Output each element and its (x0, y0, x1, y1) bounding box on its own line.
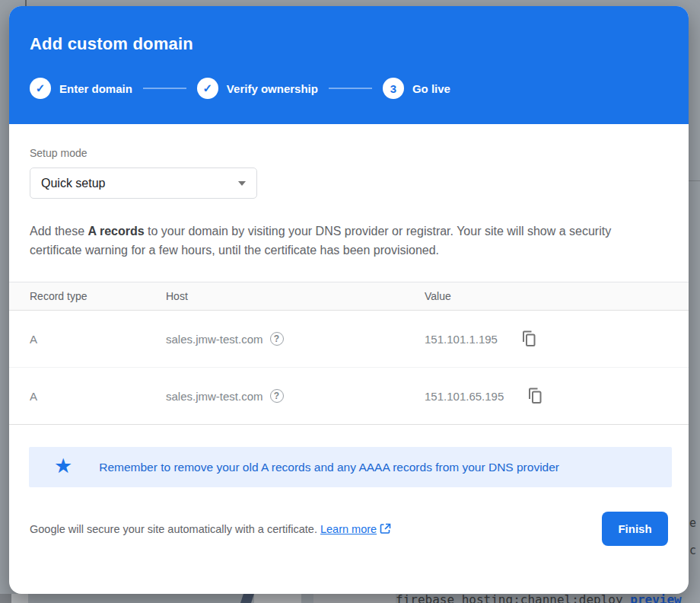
dns-instructions: Add these A records to your domain by vi… (30, 222, 666, 260)
host-value: sales.jmw-test.com (166, 390, 263, 403)
backdrop-block (0, 594, 11, 603)
terminal-command: firebase hosting:channel:deploy (396, 593, 623, 603)
backdrop-divider (689, 180, 700, 181)
check-icon: ✓ (197, 78, 218, 99)
certificate-note-text: Google will secure your site automatical… (30, 523, 317, 535)
host-cell: sales.jmw-test.com ? (166, 332, 425, 346)
record-type-cell: A (9, 333, 166, 346)
step-connector (329, 88, 372, 89)
step-label: Enter domain (59, 82, 132, 95)
backdrop-text-fragment: e (689, 516, 696, 530)
finish-button[interactable]: Finish (602, 512, 668, 546)
chevron-down-icon (238, 181, 246, 186)
terminal-command-text: firebase hosting:channel:deploy preview (396, 593, 700, 603)
step-number: 3 (383, 78, 404, 99)
dns-records-table: Record type Host Value A sales.jmw-test.… (9, 282, 689, 425)
add-custom-domain-dialog: Add custom domain ✓ Enter domain ✓ Verif… (9, 6, 689, 594)
step-label: Go live (412, 82, 450, 95)
step-enter-domain: ✓ Enter domain (30, 78, 132, 99)
help-icon[interactable]: ? (270, 389, 284, 403)
external-link-icon (380, 523, 391, 534)
backdrop-block (240, 594, 254, 603)
record-type-cell: A (9, 390, 166, 403)
ip-value: 151.101.1.195 (425, 333, 498, 346)
dialog-footer: Google will secure your site automatical… (30, 487, 668, 570)
backdrop-text-fragment: c (689, 544, 696, 557)
value-cell: 151.101.1.195 (425, 330, 689, 348)
star-icon: ★ (54, 456, 72, 477)
table-row: A sales.jmw-test.com ? 151.101.65.195 (9, 368, 689, 425)
host-cell: sales.jmw-test.com ? (166, 389, 425, 403)
dialog-header: Add custom domain ✓ Enter domain ✓ Verif… (9, 6, 689, 124)
certificate-note: Google will secure your site automatical… (30, 523, 391, 535)
backdrop-block (313, 594, 396, 603)
check-icon: ✓ (30, 78, 51, 99)
copy-icon[interactable] (527, 387, 544, 405)
step-connector (143, 88, 186, 89)
setup-mode-select[interactable]: Quick setup (30, 168, 257, 199)
instructions-bold: A records (88, 225, 145, 238)
learn-more-link[interactable]: Learn more (320, 523, 377, 535)
table-header-row: Record type Host Value (9, 282, 689, 311)
header-record-type: Record type (9, 290, 166, 302)
header-host: Host (166, 290, 425, 302)
help-icon[interactable]: ? (270, 332, 284, 346)
host-value: sales.jmw-test.com (166, 333, 263, 346)
backdrop-block (11, 594, 28, 603)
step-label: Verify ownership (227, 82, 318, 95)
header-value: Value (425, 290, 689, 302)
setup-stepper: ✓ Enter domain ✓ Verify ownership 3 Go l… (30, 78, 668, 99)
dialog-title: Add custom domain (30, 6, 668, 54)
backdrop-line (25, 0, 27, 6)
step-verify-ownership: ✓ Verify ownership (197, 78, 318, 99)
setup-mode-label: Setup mode (30, 147, 668, 159)
backdrop-block (254, 594, 301, 603)
copy-icon[interactable] (520, 330, 538, 348)
setup-mode-value: Quick setup (41, 177, 105, 190)
instructions-prefix: Add these (30, 225, 88, 238)
value-cell: 151.101.65.195 (425, 387, 689, 405)
terminal-command-arg: preview (630, 593, 681, 603)
reminder-text: Remember to remove your old A records an… (99, 461, 559, 474)
step-go-live: 3 Go live (383, 78, 450, 99)
dialog-body: Setup mode Quick setup Add these A recor… (9, 147, 689, 570)
ip-value: 151.101.65.195 (425, 390, 504, 403)
table-row: A sales.jmw-test.com ? 151.101.1.195 (9, 311, 689, 368)
reminder-banner: ★ Remember to remove your old A records … (29, 447, 672, 487)
